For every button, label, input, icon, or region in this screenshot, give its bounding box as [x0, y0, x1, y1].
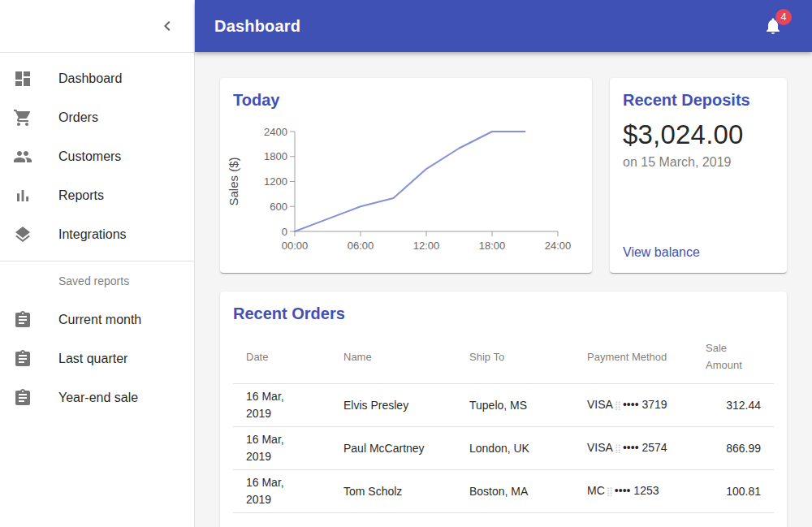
order-payment-method: AMEX⣿••••: [574, 513, 693, 527]
sidebar-item-customers[interactable]: Customers: [0, 137, 194, 176]
sidebar-item-dashboard[interactable]: Dashboard: [0, 59, 194, 98]
main-nav-list: Dashboard Orders Customers Reports Integ…: [0, 53, 194, 261]
svg-text:1800: 1800: [264, 150, 287, 162]
deposit-amount: $3,024.00: [623, 119, 774, 150]
svg-text:12:00: 12:00: [413, 240, 440, 252]
sidebar-item-last-quarter[interactable]: Last quarter: [0, 339, 194, 378]
order-ship-to: [456, 513, 574, 527]
column-header-sale-amount: Sale Amount: [693, 330, 774, 384]
sidebar-item-label: Customers: [58, 149, 121, 164]
column-header-name: Name: [330, 330, 456, 384]
card-dots-glyph: ⣿: [615, 443, 621, 454]
chevron-left-icon: [158, 16, 177, 36]
order-ship-to: London, UK: [456, 427, 574, 470]
card-dots-glyph: ⣿: [607, 486, 613, 497]
svg-text:2400: 2400: [264, 126, 287, 138]
svg-text:1200: 1200: [264, 175, 287, 188]
card-title: Recent Orders: [233, 305, 774, 323]
svg-text:18:00: 18:00: [479, 240, 506, 252]
table-row: 16 Mar, AMEX⣿••••: [233, 513, 774, 527]
app-bar: Dashboard 4: [195, 0, 812, 52]
order-name: [330, 513, 456, 527]
sidebar-item-current-month[interactable]: Current month: [0, 300, 194, 339]
order-amount: 866.99: [693, 427, 774, 470]
order-payment-method: VISA⣿•••• 2574: [574, 427, 693, 470]
card-title: Recent Deposits: [623, 91, 774, 110]
column-header-payment-method: Payment Method: [574, 330, 693, 384]
column-header-date: Date: [233, 330, 330, 384]
sidebar-item-label: Last quarter: [58, 352, 127, 366]
card-dots-glyph: ⣿: [615, 400, 621, 411]
orders-table: Date Name Ship To Payment Method Sale Am…: [233, 330, 774, 527]
people-icon: [13, 147, 32, 166]
column-header-ship-to: Ship To: [456, 330, 574, 384]
sales-line-chart: 060012001800240000:0006:0012:0018:0024:0…: [227, 118, 571, 257]
svg-text:Sales ($): Sales ($): [227, 157, 240, 205]
order-amount: 312.44: [693, 384, 774, 427]
sidebar-item-year-end-sale[interactable]: Year-end sale: [0, 378, 194, 417]
sidebar-item-integrations[interactable]: Integrations: [0, 215, 194, 254]
order-ship-to: Boston, MA: [456, 470, 574, 513]
assignment-icon: [13, 310, 32, 330]
card-title: Today: [233, 91, 579, 110]
sidebar-item-label: Orders: [58, 110, 98, 125]
notification-badge: 4: [775, 9, 792, 25]
main-column: Dashboard 4 Today 060012001800240000:000…: [195, 0, 812, 527]
assignment-icon: [13, 349, 32, 369]
today-chart-card: Today 060012001800240000:0006:0012:0018:…: [220, 78, 592, 273]
svg-text:00:00: 00:00: [282, 240, 309, 252]
view-balance-link[interactable]: View balance: [623, 245, 774, 260]
collapse-sidebar-button[interactable]: [148, 6, 187, 45]
layers-icon: [13, 225, 32, 244]
order-payment-method: MC⣿•••• 1253: [574, 470, 693, 513]
deposit-date: on 15 March, 2019: [623, 155, 774, 170]
table-row: 16 Mar, 2019 Tom Scholz Boston, MA MC⣿••…: [233, 470, 774, 513]
order-amount: [693, 513, 774, 527]
order-date: 16 Mar, 2019: [246, 388, 296, 422]
sidebar-item-orders[interactable]: Orders: [0, 98, 194, 137]
sidebar-item-reports[interactable]: Reports: [0, 176, 194, 215]
saved-reports-header: Saved reports: [0, 261, 194, 300]
sidebar-item-label: Dashboard: [58, 71, 122, 86]
order-amount: 100.81: [693, 470, 774, 513]
order-date: 16 Mar, 2019: [246, 431, 296, 465]
assignment-icon: [13, 388, 32, 408]
dashboard-icon: [13, 69, 32, 89]
order-payment-method: VISA⣿•••• 3719: [574, 384, 693, 427]
saved-reports-list: Current month Last quarter Year-end sale: [0, 300, 194, 424]
order-name: Elvis Presley: [330, 384, 456, 427]
order-name: Tom Scholz: [330, 470, 456, 513]
content-area: Today 060012001800240000:0006:0012:0018:…: [195, 52, 812, 527]
notifications-button[interactable]: 4: [754, 6, 793, 45]
sidebar-item-label: Current month: [58, 313, 141, 327]
order-ship-to: Tupelo, MS: [456, 384, 574, 427]
svg-text:0: 0: [282, 226, 287, 238]
order-date: 16 Mar, 2019: [246, 474, 296, 508]
top-cards-row: Today 060012001800240000:0006:0012:0018:…: [220, 78, 787, 273]
app-root: Dashboard Orders Customers Reports Integ…: [0, 0, 812, 527]
sidebar: Dashboard Orders Customers Reports Integ…: [0, 0, 195, 527]
table-row: 16 Mar, 2019 Elvis Presley Tupelo, MS VI…: [233, 384, 774, 427]
sidebar-item-label: Reports: [58, 188, 104, 203]
spacer: [623, 170, 774, 245]
sidebar-toolbar: [0, 0, 194, 52]
sidebar-item-label: Year-end sale: [58, 391, 138, 405]
recent-orders-card: Recent Orders Date Name Ship To Payment …: [220, 292, 787, 527]
svg-text:600: 600: [270, 201, 287, 213]
bar-chart-icon: [13, 186, 32, 205]
table-row: 16 Mar, 2019 Paul McCartney London, UK V…: [233, 427, 774, 470]
order-name: Paul McCartney: [330, 427, 456, 470]
svg-text:24:00: 24:00: [545, 240, 571, 252]
shopping-cart-icon: [13, 108, 32, 127]
sidebar-item-label: Integrations: [58, 227, 127, 242]
svg-text:06:00: 06:00: [348, 240, 374, 252]
orders-table-header: Date Name Ship To Payment Method Sale Am…: [233, 330, 774, 384]
page-title: Dashboard: [214, 17, 754, 36]
recent-deposits-card: Recent Deposits $3,024.00 on 15 March, 2…: [610, 78, 787, 273]
